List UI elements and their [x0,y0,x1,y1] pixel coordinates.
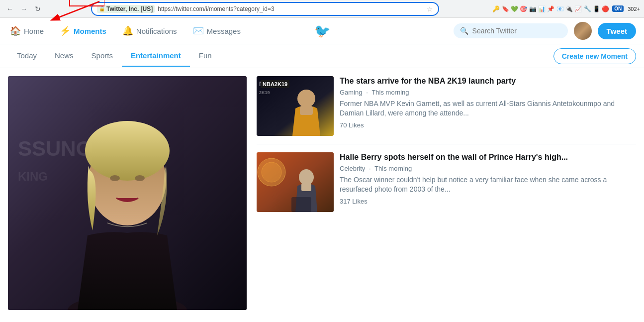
home-nav-item[interactable]: 🏠 Home [8,21,46,40]
sub-nav-items: Today News Sports Entertainment Fun [8,45,553,67]
twitter-header: 🏠 Home ⚡ Moments 🔔 Notifications ✉️ Mess… [0,18,644,44]
meta-separator: · [366,89,369,96]
tab-today[interactable]: Today [8,45,46,67]
svg-point-21 [299,169,314,185]
svg-point-11 [110,175,120,181]
back-button[interactable]: ← [4,3,16,15]
halle-figure [257,152,334,212]
article-category: Celebrity [340,165,365,172]
twitter-logo: 🐦 [314,23,330,39]
halle-thumbnail [257,152,334,212]
nba-badge: NBA2K19 [261,80,289,88]
notifications-label: Notifications [136,27,177,35]
article-meta: Celebrity · This morning [340,165,636,172]
header-right: 🔍 Tweet [454,22,636,40]
site-name: Twitter, Inc. [US] [106,5,153,12]
article-content: The stars arrive for the NBA 2K19 launch… [340,76,636,136]
star-icon: ☆ [427,5,433,13]
article-card[interactable]: Halle Berry spots herself on the wall of… [257,152,636,220]
article-time: This morning [374,165,412,172]
svg-point-12 [135,175,145,181]
article-card[interactable]: NBA2K19 NBA2K19 2K19 [257,76,636,144]
article-thumbnail: NBA2K19 NBA2K19 2K19 [257,76,334,136]
tab-sports[interactable]: Sports [83,45,122,67]
search-icon: 🔍 [460,27,468,35]
article-likes: 70 Likes [340,121,636,129]
search-bar[interactable]: 🔍 [454,23,568,38]
article-description: Former NBA MVP Kevin Garnett, as well as… [340,99,636,118]
tweet-button[interactable]: Tweet [598,23,636,39]
address-bar[interactable]: 🔒 Twitter, Inc. [US] https://twitter.com… [91,2,439,16]
svg-text:SSUNG: SSUNG [18,137,92,160]
svg-rect-17 [300,106,313,115]
svg-point-20 [262,162,281,182]
messages-nav-item[interactable]: ✉️ Messages [191,21,243,40]
article-meta: Gaming · This morning [340,89,636,96]
svg-rect-22 [301,183,311,191]
articles-column: NBA2K19 NBA2K19 2K19 [247,76,636,310]
create-moment-button[interactable]: Create new Moment [553,48,636,64]
bell-icon: 🔔 [122,25,133,36]
browser-chrome: ← → ↻ 🔒 Twitter, Inc. [US] https://twitt… [0,0,644,18]
svg-point-16 [297,90,315,107]
home-label: Home [24,27,44,35]
svg-point-10 [85,121,170,181]
nav-buttons: ← → ↻ [4,3,44,15]
svg-text:KING: KING [18,170,48,183]
article-time: This morning [371,89,409,96]
article-content: Halle Berry spots herself on the wall of… [340,152,636,212]
tab-entertainment[interactable]: Entertainment [122,45,190,67]
meta-separator: · [369,165,372,172]
notifications-nav-item[interactable]: 🔔 Notifications [120,21,179,40]
featured-image[interactable]: SSUNG [8,76,247,310]
moments-label: Moments [74,27,106,35]
main-nav: 🏠 Home ⚡ Moments 🔔 Notifications ✉️ Mess… [8,21,454,40]
envelope-icon: ✉️ [193,25,204,36]
lock-icon: 🔒 [99,6,105,11]
refresh-button[interactable]: ↻ [32,3,44,15]
featured-figure: SSUNG KING [8,76,247,310]
svg-text:2K19: 2K19 [259,90,270,95]
svg-rect-23 [291,197,311,212]
tab-fun[interactable]: Fun [190,45,221,67]
article-title: The stars arrive for the NBA 2K19 launch… [340,76,636,87]
url-display: https://twitter.com/i/moments?category_i… [158,5,424,12]
security-badge: 🔒 Twitter, Inc. [US] [97,5,155,13]
article-thumbnail [257,152,334,212]
main-content: SSUNG [0,68,644,318]
messages-label: Messages [207,27,241,35]
search-input[interactable] [472,27,561,35]
tab-news[interactable]: News [46,45,83,67]
sub-navigation: Today News Sports Entertainment Fun Crea… [0,44,644,68]
bolt-icon: ⚡ [60,25,71,36]
avatar[interactable] [574,22,592,40]
article-description: The Oscar winner couldn't help but notic… [340,175,636,195]
forward-button[interactable]: → [18,3,30,15]
article-title: Halle Berry spots herself on the wall of… [340,152,636,163]
home-icon: 🏠 [10,25,21,36]
browser-extensions: 🔑 🔖 💚 🎯 📷 📊 📌 📧 🔌 📈 🔧 📱 🔴 ON 302+ [490,5,640,12]
moments-nav-item[interactable]: ⚡ Moments [58,21,108,40]
nba-thumbnail: NBA2K19 NBA2K19 2K19 [257,76,334,136]
article-likes: 317 Likes [340,198,636,205]
article-category: Gaming [340,89,363,96]
